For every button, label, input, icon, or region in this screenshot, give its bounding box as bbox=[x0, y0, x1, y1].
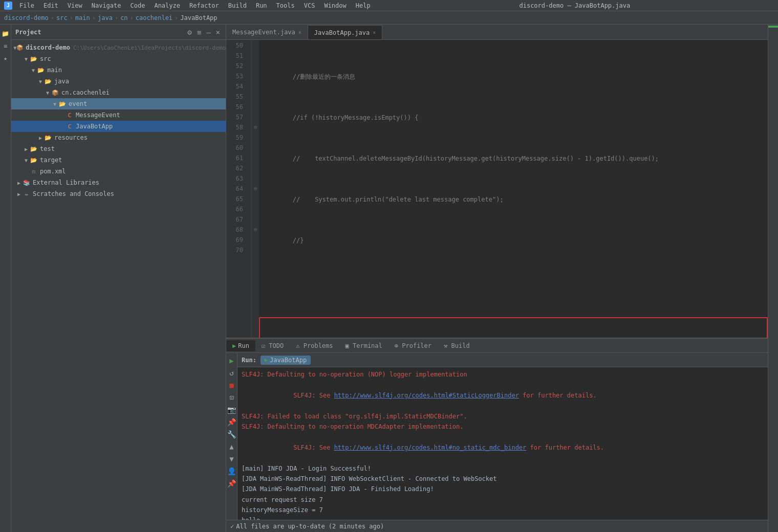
sidebar-layout-btn[interactable]: ≡ bbox=[196, 28, 203, 36]
breadcrumb-src[interactable]: src bbox=[56, 14, 68, 21]
tab-messageevent[interactable]: MessageEvent.java × bbox=[226, 25, 308, 39]
menu-window[interactable]: Window bbox=[320, 1, 350, 10]
run-left-buttons: ▶ ↺ ■ ⊡ 📷 📌 🔧 ▲ ▼ 👤 📌 bbox=[226, 353, 237, 520]
menu-refactor[interactable]: Refactor bbox=[185, 1, 223, 10]
breadcrumb-discord-demo[interactable]: discord-demo bbox=[4, 14, 49, 21]
fold-icon-64[interactable]: ⊖ bbox=[252, 183, 259, 193]
menu-file[interactable]: File bbox=[15, 1, 38, 10]
tree-main[interactable]: ▼ 📂 main bbox=[11, 64, 226, 76]
menu-edit[interactable]: Edit bbox=[39, 1, 62, 10]
run-user-btn[interactable]: 👤 bbox=[226, 465, 237, 477]
line-num-50: 50 bbox=[226, 41, 247, 51]
tree-scratches[interactable]: ▶ ✏ Scratches and Consoles bbox=[11, 188, 226, 199]
sidebar-close-btn[interactable]: × bbox=[214, 28, 222, 36]
tab-close-javabotapp[interactable]: × bbox=[373, 30, 376, 35]
tree-event[interactable]: ▼ 📂 event bbox=[11, 98, 226, 109]
structure-icon[interactable]: ≡ bbox=[1, 41, 11, 51]
tree-pomxml[interactable]: m pom.xml bbox=[11, 166, 226, 177]
tab-close-messageevent[interactable]: × bbox=[298, 30, 301, 35]
tree-test[interactable]: ▶ 📂 test bbox=[11, 143, 226, 154]
run-app-tab[interactable]: ▶ JavaBotApp bbox=[261, 356, 311, 365]
run-down-btn[interactable]: ▼ bbox=[226, 453, 237, 464]
tree-messageevent[interactable]: C MessageEvent bbox=[11, 109, 226, 121]
menu-tools[interactable]: Tools bbox=[272, 1, 299, 10]
code-editor[interactable]: 50 51 52 53 54 55 56 57 58 59 60 61 62 6… bbox=[226, 40, 768, 338]
code-content[interactable]: //删除最近的一条消息 //if (!historyMessage.isEmpt… bbox=[259, 40, 768, 338]
run-play-btn[interactable]: ▶ bbox=[226, 355, 237, 366]
tab-run-label: Run bbox=[238, 342, 249, 349]
line-num-57: 57 bbox=[226, 113, 247, 123]
tree-target[interactable]: ▼ 📂 target bbox=[11, 154, 226, 166]
tree-label-event: event bbox=[69, 100, 87, 107]
tree-arrow-scratches: ▶ bbox=[15, 191, 23, 197]
project-icon[interactable]: 📁 bbox=[1, 29, 11, 39]
run-up-btn[interactable]: ▲ bbox=[226, 441, 237, 452]
menu-build[interactable]: Build bbox=[224, 1, 251, 10]
console-line-3: SLF4J: Failed to load class "org.slf4j.i… bbox=[242, 411, 764, 422]
run-wrench-btn[interactable]: 🔧 bbox=[226, 429, 237, 440]
menu-navigate[interactable]: Navigate bbox=[88, 1, 125, 10]
tree-src[interactable]: ▼ 📂 src bbox=[11, 53, 226, 64]
event-folder-icon: 📂 bbox=[58, 100, 67, 107]
console-output[interactable]: SLF4J: Defaulting to no-operation (NOP) … bbox=[237, 367, 768, 520]
slf4j-link2[interactable]: http://www.slf4j.org/codes.html#no_stati… bbox=[334, 444, 527, 451]
menu-code[interactable]: Code bbox=[126, 1, 149, 10]
breadcrumb-javabotapp[interactable]: JavaBotApp bbox=[180, 14, 217, 21]
run-rerun-btn[interactable]: ↺ bbox=[226, 367, 237, 379]
tab-problems[interactable]: ⚠ Problems bbox=[290, 340, 339, 351]
tree-label-target: target bbox=[40, 157, 62, 164]
run-stop-btn[interactable]: ■ bbox=[226, 380, 237, 391]
tab-profiler[interactable]: ⊕ Profiler bbox=[388, 340, 438, 351]
menu-analyze[interactable]: Analyze bbox=[150, 1, 184, 10]
project-folder-icon: 📦 bbox=[16, 44, 24, 51]
line-num-61: 61 bbox=[226, 153, 247, 164]
run-camera-btn[interactable]: 📷 bbox=[226, 404, 237, 415]
tree-external-libs[interactable]: ▶ 📚 External Libraries bbox=[11, 177, 226, 188]
run-step-btn[interactable]: ⊡ bbox=[226, 392, 237, 403]
line-num-59: 59 bbox=[226, 133, 247, 143]
line-num-63: 63 bbox=[226, 174, 247, 184]
line-num-58: 58 bbox=[226, 123, 247, 133]
console-line-10: historyMessageSize = 7 bbox=[242, 505, 764, 515]
tree-discord-demo[interactable]: ▼ 📦 discord-demo C:\Users\CaoChenLei\Ide… bbox=[11, 42, 226, 53]
line-num-64: 64 bbox=[226, 184, 247, 194]
tree-label-discord-demo: discord-demo bbox=[26, 44, 70, 51]
tab-todo[interactable]: ☑ TODO bbox=[255, 340, 290, 351]
run-pin2-btn[interactable]: 📌 bbox=[226, 478, 237, 489]
slf4j-link1[interactable]: http://www.slf4j.org/codes.html#StaticLo… bbox=[334, 392, 519, 399]
tab-problems-label: ⚠ Problems bbox=[296, 342, 333, 349]
sidebar-settings-btn[interactable]: ⚙ bbox=[186, 28, 193, 36]
run-pin-btn[interactable]: 📌 bbox=[226, 416, 237, 428]
tab-javabotapp[interactable]: JavaBotApp.java × bbox=[308, 25, 382, 39]
breadcrumb-caochenlei[interactable]: caochenlei bbox=[136, 14, 172, 21]
breadcrumb-main[interactable]: main bbox=[75, 14, 90, 21]
breadcrumb-cn[interactable]: cn bbox=[120, 14, 127, 21]
code-line-53: // System.out.println("delete last messa… bbox=[263, 194, 768, 205]
vcs-indicator bbox=[768, 26, 778, 28]
tree-cn-caochenlei[interactable]: ▼ 📦 cn.caochenlei bbox=[11, 87, 226, 98]
sidebar-hide-btn[interactable]: — bbox=[205, 28, 212, 36]
menu-vcs[interactable]: VCS bbox=[300, 1, 319, 10]
line-num-67: 67 bbox=[226, 215, 247, 225]
window-title: discord-demo – JavaBotApp.java bbox=[376, 2, 774, 9]
console-line-6: [main] INFO JDA - Login Successful! bbox=[242, 463, 764, 474]
menu-view[interactable]: View bbox=[63, 1, 87, 10]
bottom-tabs: ▶ Run ☑ TODO ⚠ Problems ▣ Terminal ⊕ Pro… bbox=[226, 339, 768, 353]
tree-java[interactable]: ▼ 📂 java bbox=[11, 76, 226, 87]
breadcrumb-java[interactable]: java bbox=[98, 14, 113, 21]
code-line-52: // textChannel.deleteMessageById(history… bbox=[263, 153, 768, 164]
fold-icon-58[interactable]: ⊖ bbox=[252, 122, 259, 132]
console-line-11: hello bbox=[242, 515, 764, 520]
favorites-icon[interactable]: ★ bbox=[1, 53, 11, 63]
menu-help[interactable]: Help bbox=[352, 1, 375, 10]
fold-icon-68[interactable]: ⊖ bbox=[252, 224, 259, 234]
console-line-8: [JDA MainWS-ReadThread] INFO JDA - Finis… bbox=[242, 484, 764, 494]
tree-arrow-test: ▶ bbox=[23, 146, 30, 152]
line-num-68: 68 bbox=[226, 225, 247, 235]
tree-resources[interactable]: ▶ 📂 resources bbox=[11, 132, 226, 143]
tab-run[interactable]: ▶ Run bbox=[226, 340, 255, 351]
menu-run[interactable]: Run bbox=[252, 1, 271, 10]
tab-terminal[interactable]: ▣ Terminal bbox=[339, 340, 388, 351]
tab-build[interactable]: ⚒ Build bbox=[438, 340, 476, 351]
tree-javabotapp[interactable]: C JavaBotApp bbox=[11, 121, 226, 132]
